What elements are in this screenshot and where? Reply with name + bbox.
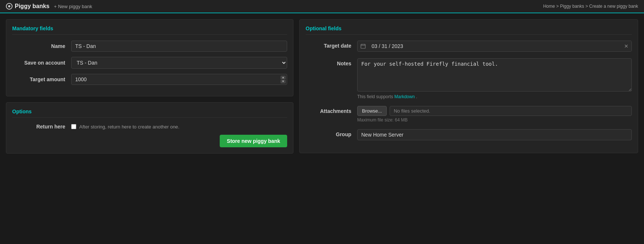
optional-section-title: Optional fields xyxy=(306,25,632,35)
target-amount-number-wrap: ▲ ▼ xyxy=(71,74,287,85)
markdown-link[interactable]: Markdown xyxy=(394,94,415,99)
target-amount-row: Target amount ▲ ▼ xyxy=(12,74,287,85)
browse-button[interactable]: Browse... xyxy=(357,106,387,116)
attachments-control-wrap: Browse... No files selected. Maximum fil… xyxy=(357,106,632,123)
piggy-bank-icon xyxy=(6,3,13,10)
return-here-row: Return here After storing, return here t… xyxy=(12,124,287,130)
save-on-account-row: Save on account TS - Dan xyxy=(12,57,287,69)
right-panel: Optional fields Target date xyxy=(299,19,638,234)
group-label: Group xyxy=(306,129,357,137)
calendar-icon xyxy=(358,41,369,51)
group-row: Group xyxy=(306,129,632,140)
date-clear-button[interactable]: ✕ xyxy=(621,41,631,51)
optional-fields-section: Optional fields Target date xyxy=(299,19,638,153)
name-label: Name xyxy=(12,43,71,49)
svg-rect-0 xyxy=(361,44,365,48)
number-spinners: ▲ ▼ xyxy=(281,76,286,83)
target-amount-label: Target amount xyxy=(12,76,71,82)
left-panel: Mandatory fields Name Save on account TS… xyxy=(6,19,293,234)
target-date-label: Target date xyxy=(306,41,357,49)
target-date-row: Target date ✕ xyxy=(306,41,632,52)
name-row: Name xyxy=(12,41,287,52)
options-section-title: Options xyxy=(12,109,287,118)
mandatory-fields-section: Mandatory fields Name Save on account TS… xyxy=(6,19,293,96)
return-here-checkbox-wrap: After storing, return here to create ano… xyxy=(71,124,180,130)
new-piggy-bank-link[interactable]: + New piggy bank xyxy=(54,4,92,9)
store-piggy-bank-button[interactable]: Store new piggy bank xyxy=(220,135,287,147)
return-here-checkbox-label: After storing, return here to create ano… xyxy=(79,124,180,130)
target-date-input[interactable] xyxy=(369,41,621,51)
notes-textarea[interactable]: For your self-hosted Firefly financial t… xyxy=(357,58,632,92)
save-on-account-control-wrap: TS - Dan xyxy=(71,57,287,69)
spinner-down-button[interactable]: ▼ xyxy=(281,80,286,83)
save-on-account-label: Save on account xyxy=(12,60,71,66)
target-amount-input[interactable] xyxy=(71,74,287,85)
return-here-checkbox[interactable] xyxy=(71,124,76,129)
target-date-control-wrap: ✕ xyxy=(357,41,632,52)
return-here-label: Return here xyxy=(12,124,71,130)
options-section: Options Return here After storing, retur… xyxy=(6,102,293,154)
markdown-note-text: This field supports xyxy=(357,94,393,99)
main-content: Mandatory fields Name Save on account TS… xyxy=(0,13,644,240)
date-input-wrap: ✕ xyxy=(357,41,632,52)
notes-label: Notes xyxy=(306,58,357,66)
breadcrumb-sep1: > xyxy=(556,4,559,9)
nav-title: Piggy banks xyxy=(6,3,49,10)
attachments-label: Attachments xyxy=(306,106,357,114)
breadcrumb: Home > Piggy banks > Create a new piggy … xyxy=(543,4,638,9)
name-input[interactable] xyxy=(71,41,287,52)
target-amount-control-wrap: ▲ ▼ xyxy=(71,74,287,85)
page-title: Piggy banks xyxy=(15,3,49,10)
top-navigation: Piggy banks + New piggy bank Home > Pigg… xyxy=(0,0,644,13)
breadcrumb-home[interactable]: Home xyxy=(543,4,555,9)
file-name-display: No files selected. xyxy=(390,106,632,116)
breadcrumb-piggy-banks[interactable]: Piggy banks xyxy=(560,4,584,9)
group-input[interactable] xyxy=(357,129,632,140)
submit-area: Store new piggy bank xyxy=(12,135,287,147)
attachments-row: Attachments Browse... No files selected.… xyxy=(306,106,632,123)
attachment-wrap: Browse... No files selected. xyxy=(357,106,632,116)
file-size-note: Maximum file size: 64 MB xyxy=(357,117,632,123)
spinner-up-button[interactable]: ▲ xyxy=(281,76,286,79)
mandatory-section-title: Mandatory fields xyxy=(12,25,287,35)
save-on-account-select[interactable]: TS - Dan xyxy=(71,57,287,69)
nav-left: Piggy banks + New piggy bank xyxy=(6,3,92,10)
notes-row: Notes For your self-hosted Firefly finan… xyxy=(306,58,632,99)
group-control-wrap xyxy=(357,129,632,140)
name-control-wrap xyxy=(71,41,287,52)
breadcrumb-sep2: > xyxy=(585,4,588,9)
notes-control-wrap: For your self-hosted Firefly financial t… xyxy=(357,58,632,99)
breadcrumb-current: Create a new piggy bank xyxy=(589,4,638,9)
markdown-note-end: . xyxy=(416,94,417,99)
markdown-note: This field supports Markdown . xyxy=(357,94,632,99)
